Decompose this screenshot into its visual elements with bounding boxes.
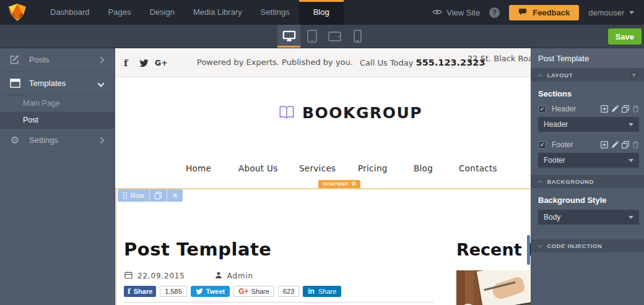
feedback-button[interactable]: Feedback [509,5,579,20]
section-code-injection-header[interactable]: CODE INJECTION [531,239,644,252]
site-nav-pricing[interactable]: Pricing [358,163,388,173]
recent-posts-title[interactable]: Recent Posts [456,240,531,259]
tweet-button[interactable]: Tweet [191,286,230,297]
chevron-down-icon [629,216,633,219]
facebook-share-button[interactable]: f Share [124,286,156,297]
site-preview-canvas[interactable]: f G+ Powered by Experts. Published by yo… [115,48,531,305]
trash-icon[interactable] [632,141,639,148]
template-icon [9,79,20,88]
chevron-right-icon [97,56,104,63]
site-nav-about-us[interactable]: About Us [238,163,278,173]
section-background-header[interactable]: BACKGROUND [531,175,644,188]
site-topbar: f G+ Powered by Experts. Published by yo… [115,48,531,77]
sidebar-subitem-main-page[interactable]: Main Page [0,95,115,112]
facebook-icon: f [128,288,131,296]
device-desktop-icon[interactable] [277,25,300,48]
google-plus-icon[interactable]: G+ [155,48,168,77]
linkedin-icon: in [308,287,315,296]
post-title[interactable]: Post Template [124,239,272,260]
site-brand[interactable]: BOOKGROUP [277,104,422,122]
row-duplicate-button[interactable] [150,189,167,202]
row-drag-handle[interactable]: Row [118,189,150,202]
site-nav-home[interactable]: Home [186,163,211,173]
edit-icon[interactable] [611,105,619,113]
save-button[interactable]: Save [608,28,642,45]
chevron-down-icon [629,123,633,126]
site-nav-services[interactable]: Services [299,163,336,173]
motocms-logo-icon[interactable] [7,3,27,22]
settings-panel: Post Template LAYOUT ? Sections ✓ Header [531,48,644,305]
header-actions [601,105,639,113]
site-header: BOOKGROUP [115,77,531,148]
topbar-right: View Site ? Feedback demouser [432,5,644,20]
nav-blog[interactable]: Blog [299,0,344,25]
facebook-icon[interactable]: f [124,48,128,77]
motocms-editor: Dashboard Pages Design Media Library Set… [0,0,644,305]
site-nav-blog[interactable]: Blog [414,163,433,173]
nav-settings[interactable]: Settings [251,0,299,25]
eye-icon [432,8,442,17]
post-date: 22.09.2015 [124,271,185,281]
compose-icon [9,54,20,65]
device-tablet-portrait-icon[interactable] [300,25,323,48]
gear-icon: ⚙ [9,135,20,145]
sections-label: Sections [531,82,644,103]
user-menu[interactable]: demouser [588,8,634,17]
copy-icon[interactable] [622,105,629,113]
device-mobile-icon[interactable] [346,25,369,48]
site-nav: Home About Us Services Pricing Blog Cont… [115,163,531,182]
nav-design[interactable]: Design [140,0,183,25]
background-style-select[interactable]: Body [538,210,639,225]
drag-dots-icon [123,192,128,199]
trash-icon[interactable] [632,105,639,113]
topbar: Dashboard Pages Design Media Library Set… [0,0,644,25]
chevron-right-icon [97,137,104,144]
help-button[interactable]: ? [489,7,500,18]
google-plus-share-button[interactable]: G+ Share [233,286,274,297]
edit-icon[interactable] [611,141,619,148]
add-icon[interactable] [601,141,608,148]
main-nav: Dashboard Pages Design Media Library Set… [41,0,344,25]
chevron-down-icon [97,80,104,87]
sidebar-item-templates[interactable]: Templates [0,72,115,95]
header-section-row: ✓ Header [531,103,644,117]
sidebar-subitem-post[interactable]: Post [0,112,115,129]
copy-icon [155,192,162,199]
footer-checkbox-label: Footer [552,140,573,149]
google-plus-share-count: 623 [278,286,299,297]
view-site-button[interactable]: View Site [432,8,480,17]
gear-icon[interactable]: ⚙ [351,181,356,187]
nav-dashboard[interactable]: Dashboard [41,0,99,25]
recent-post-thumbnail[interactable] [456,270,531,305]
linkedin-share-button[interactable]: in Share [303,286,341,297]
sidebar-item-posts[interactable]: Posts [0,48,115,72]
feedback-label: Feedback [533,8,570,17]
header-template-select[interactable]: Header [538,117,639,132]
site-page: f G+ Powered by Experts. Published by yo… [115,48,531,305]
footer-section-row: ✓ Footer [531,139,644,153]
close-icon: ✕ [172,192,178,200]
post-author: Admin [215,272,253,281]
footer-template-select[interactable]: Footer [538,153,639,168]
section-layout-header[interactable]: LAYOUT ? [531,69,644,82]
content-section-badge[interactable]: CONTENT ⚙ [318,180,360,188]
copy-icon[interactable] [622,141,629,148]
sidebar-templates-label: Templates [29,79,66,88]
layout-help-button[interactable]: ? [630,71,638,79]
sidebar-item-settings[interactable]: ⚙ Settings [0,129,115,152]
site-nav-contacts[interactable]: Contacts [459,163,497,173]
preview-toolbar: Save [0,25,644,48]
add-icon[interactable] [601,105,608,113]
header-checkbox[interactable]: ✓ [538,105,546,113]
chevron-down-icon [537,243,542,248]
device-tablet-landscape-icon[interactable] [323,25,346,48]
footer-checkbox[interactable]: ✓ [538,141,546,149]
row-delete-button[interactable]: ✕ [167,189,183,202]
row-controls: Row ✕ [118,189,183,202]
preview-scrollbar-thumb[interactable] [527,235,530,265]
nav-media-library[interactable]: Media Library [184,0,251,25]
chevron-up-icon [537,74,542,79]
twitter-icon[interactable] [139,48,149,77]
facebook-share-count: 1,585 [160,286,187,297]
nav-pages[interactable]: Pages [99,0,141,25]
